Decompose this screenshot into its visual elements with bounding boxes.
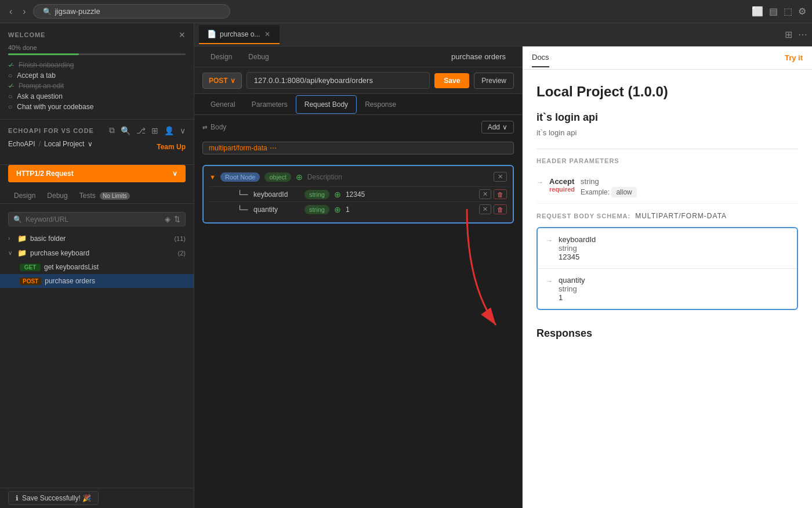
body-text: Body: [211, 123, 226, 131]
settings-icon[interactable]: ⚙: [798, 6, 806, 17]
url-input[interactable]: [246, 72, 430, 89]
request-post-orders[interactable]: POST purchase orders: [0, 274, 194, 288]
folder-purchase-keyboard[interactable]: ∨ 📁 purchase keyboard (2): [0, 246, 194, 260]
checklist-item-1[interactable]: ✓ Finish onboarding: [8, 60, 186, 70]
param-info: Accept required: [549, 177, 575, 193]
folder-count-purchase: (2): [178, 250, 186, 257]
field-add-icon-quantity[interactable]: ⊕: [334, 205, 341, 214]
panel-left-icon[interactable]: ⬜: [752, 6, 763, 17]
docs-tab-docs[interactable]: Docs: [532, 48, 549, 67]
method-arrow-icon: ∨: [230, 77, 235, 85]
http-request-button[interactable]: HTTP1/2 Request ∨: [8, 165, 186, 182]
field-delete-button-keyboardId[interactable]: 🗑: [494, 189, 507, 199]
forward-button[interactable]: ›: [19, 4, 29, 19]
sidebar-tabs: Design Debug Tests No Limits: [0, 188, 194, 204]
root-node-type: object: [264, 172, 291, 182]
tab-file-icon: 📄: [207, 30, 216, 38]
schema-box: → keyboardId string 12345 → qua: [536, 227, 798, 310]
tab-parameters[interactable]: Parameters: [244, 96, 296, 113]
tab-general[interactable]: General: [202, 96, 244, 113]
checklist-label-3: Prompt an edit: [19, 82, 64, 90]
check-circle-icon-3: ○: [8, 103, 12, 111]
address-bar[interactable]: 🔍 jigsaw-puzzle: [33, 4, 230, 19]
preview-button[interactable]: Preview: [474, 73, 514, 89]
panel-center-icon[interactable]: ▤: [769, 6, 778, 17]
group-icon[interactable]: ⊞: [151, 126, 158, 135]
http-request-arrow-icon: ∨: [172, 170, 177, 178]
folder-tree: › 📁 basic folder (11) ∨ 📁 purchase keybo…: [0, 231, 194, 488]
field-delete-button-quantity[interactable]: 🗑: [494, 204, 507, 214]
form-data-text: multipart/form-data: [209, 144, 267, 152]
checklist-item-5[interactable]: ○ Chat with your codebase: [8, 102, 186, 112]
split-view-icon[interactable]: ⊞: [785, 29, 792, 40]
field-indent: └─: [237, 190, 249, 199]
field-value-quantity[interactable]: 1: [346, 206, 474, 214]
field-x-button-keyboardId[interactable]: ✕: [479, 189, 491, 199]
sub-tab-debug[interactable]: Debug: [240, 48, 277, 66]
tab-request-body[interactable]: Request Body: [296, 95, 357, 114]
tab-close-button[interactable]: ✕: [263, 30, 271, 38]
add-button[interactable]: Add ∨: [481, 121, 514, 134]
tab-bar: 📄 purchase o... ✕ ⊞ ⋯: [194, 23, 812, 46]
chevron-down-icon[interactable]: ∨: [180, 126, 186, 135]
save-button[interactable]: Save: [434, 73, 469, 88]
root-add-icon[interactable]: ⊕: [296, 172, 303, 182]
search-icon: 🔍: [43, 8, 52, 16]
field-value-keyboardId[interactable]: 12345: [346, 190, 474, 199]
tab-response[interactable]: Response: [357, 96, 404, 113]
root-close-button[interactable]: ✕: [494, 172, 507, 182]
panel-right-icon[interactable]: ⬚: [784, 6, 792, 17]
team-up-button[interactable]: Team Up: [157, 143, 186, 151]
tab-tests[interactable]: Tests No Limits: [74, 188, 136, 203]
tab-debug[interactable]: Debug: [41, 188, 73, 203]
more-options-icon[interactable]: ⋯: [798, 29, 807, 40]
example-badge-accept: allow: [611, 187, 636, 197]
active-tab[interactable]: 📄 purchase o... ✕: [199, 25, 280, 44]
checklist-item-3[interactable]: ✓ Prompt an edit: [8, 81, 186, 91]
tab-design[interactable]: Design: [8, 188, 41, 203]
schema-field-info-keyboardId: keyboardId string 12345: [559, 235, 789, 261]
welcome-close-button[interactable]: ✕: [179, 30, 186, 39]
field-add-icon-keyboardId[interactable]: ⊕: [334, 190, 341, 199]
field-type-quantity: string: [304, 205, 329, 214]
breadcrumb-echoapi[interactable]: EchoAPI: [8, 140, 35, 148]
copy-icon[interactable]: ⧉: [109, 125, 115, 135]
schema-name-quantity: quantity: [559, 276, 789, 284]
echoapi-panel: ECHOAPI FOR VS CODE ⧉ 🔍 ⎇ ⊞ 👤 ∨ EchoAPI …: [0, 120, 194, 165]
body-label: ⇄ Body: [202, 123, 226, 131]
param-example-accept: Example: allow: [581, 186, 637, 197]
sub-tab-design[interactable]: Design: [202, 48, 240, 66]
welcome-panel: WELCOME ✕ 40% done ✓ Finish onboarding ○…: [0, 23, 194, 120]
try-it-button[interactable]: Try it: [785, 53, 803, 62]
schema-arrow-keyboardId: →: [546, 236, 553, 244]
schema-type-text: multipart/form-data: [635, 212, 727, 220]
field-name-keyboardId: keyboardId: [253, 190, 300, 199]
echoapi-title: ECHOAPI FOR VS CODE: [8, 127, 94, 134]
schema-value-quantity: 1: [559, 293, 789, 302]
request-body-schema: REQUEST BODY SCHEMA: multipart/form-data…: [536, 212, 798, 310]
json-expand-icon[interactable]: ▼: [209, 174, 216, 181]
left-panel: Design Debug purchase orders POST ∨ Save…: [194, 46, 522, 508]
folder-basic[interactable]: › 📁 basic folder (11): [0, 231, 194, 246]
search-icon-echoapi[interactable]: 🔍: [121, 126, 130, 135]
request-get-keyboards[interactable]: GET get keyboardsList: [0, 260, 194, 274]
check-circle-icon-2: ○: [8, 92, 12, 100]
search-input[interactable]: [26, 215, 161, 224]
sidebar-search[interactable]: 🔍 ◈ ⇅: [8, 212, 186, 226]
breadcrumb-project[interactable]: Local Project: [44, 140, 84, 148]
form-data-badge[interactable]: multipart/form-data ⋯: [202, 142, 514, 154]
git-icon[interactable]: ⎇: [136, 126, 146, 135]
endpoint-title: purchase orders: [443, 52, 514, 61]
back-button[interactable]: ‹: [6, 4, 16, 19]
checklist-item-4[interactable]: ○ Ask a question: [8, 91, 186, 102]
docs-param-accept: → Accept required string Example: allow: [536, 171, 798, 204]
checklist-item-2[interactable]: ○ Accept a tab: [8, 70, 186, 81]
json-root-row: ▼ Root Node object ⊕ Description ✕: [209, 172, 507, 182]
avatar-icon[interactable]: 👤: [164, 126, 174, 135]
schema-arrow-quantity: →: [546, 277, 553, 285]
filter-icon[interactable]: ◈: [165, 215, 171, 224]
method-selector[interactable]: POST ∨: [202, 73, 242, 89]
field-x-button-quantity[interactable]: ✕: [479, 204, 491, 214]
breadcrumb-dropdown-icon[interactable]: ∨: [88, 140, 93, 148]
sort-icon[interactable]: ⇅: [174, 215, 180, 224]
